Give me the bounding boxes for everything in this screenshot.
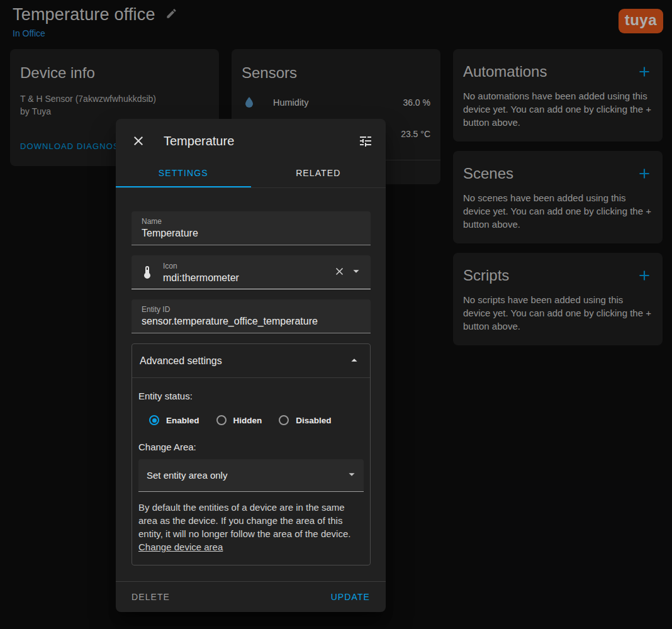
radio-enabled[interactable]: Enabled — [149, 415, 199, 425]
radio-hidden-label: Hidden — [233, 416, 262, 425]
entity-id-field-label: Entity ID — [142, 305, 361, 314]
name-field-value: Temperature — [142, 228, 361, 239]
area-mode-select[interactable]: Set entity area only — [138, 459, 364, 492]
entity-status-label: Entity status: — [138, 391, 364, 401]
tab-settings[interactable]: SETTINGS — [116, 160, 251, 187]
dialog-body: Name Temperature Icon mdi:thermometer En… — [116, 188, 386, 581]
change-area-label: Change Area: — [138, 442, 364, 452]
advanced-settings-body: Entity status: Enabled Hidden Disabled — [132, 378, 370, 565]
entity-settings-dialog: Temperature SETTINGS RELATED Name Temper… — [116, 119, 386, 612]
radio-button-icon[interactable] — [149, 415, 159, 425]
radio-button-icon[interactable] — [279, 415, 289, 425]
clear-icon[interactable] — [333, 265, 345, 280]
radio-disabled[interactable]: Disabled — [279, 415, 331, 425]
entity-status-radio-group: Enabled Hidden Disabled — [149, 415, 364, 425]
radio-enabled-label: Enabled — [166, 416, 199, 425]
icon-field-label: Icon — [163, 262, 333, 270]
name-field[interactable]: Name Temperature — [132, 211, 371, 245]
name-field-label: Name — [142, 217, 361, 226]
entity-id-field-value: sensor.temperature_office_temperature — [142, 316, 361, 327]
advanced-settings-panel: Advanced settings Entity status: Enabled… — [132, 343, 371, 565]
chevron-down-icon[interactable] — [349, 264, 363, 281]
radio-hidden[interactable]: Hidden — [216, 415, 262, 425]
close-icon — [131, 133, 146, 148]
delete-button[interactable]: DELETE — [126, 587, 175, 607]
dialog-tabs: SETTINGS RELATED — [116, 160, 386, 188]
thermometer-icon — [140, 265, 155, 280]
area-mode-select-value: Set entity area only — [147, 470, 345, 481]
area-help-body: By default the entities of a device are … — [138, 502, 350, 539]
icon-field-value: mdi:thermometer — [163, 272, 333, 284]
change-device-area-link[interactable]: Change device area — [138, 542, 223, 552]
tab-related[interactable]: RELATED — [251, 160, 386, 187]
chevron-down-icon — [345, 467, 359, 484]
icon-field[interactable]: Icon mdi:thermometer — [132, 255, 371, 289]
tune-icon — [358, 133, 373, 148]
radio-disabled-label: Disabled — [296, 416, 331, 425]
advanced-settings-title: Advanced settings — [140, 355, 222, 367]
close-button[interactable] — [131, 133, 146, 148]
entity-settings-button[interactable] — [358, 133, 373, 148]
area-help-text: By default the entities of a device are … — [138, 501, 364, 554]
entity-id-field[interactable]: Entity ID sensor.temperature_office_temp… — [132, 299, 371, 333]
dialog-title: Temperature — [164, 134, 358, 148]
chevron-up-icon — [347, 353, 361, 369]
advanced-settings-header[interactable]: Advanced settings — [132, 344, 370, 378]
radio-button-icon[interactable] — [216, 415, 227, 425]
update-button[interactable]: UPDATE — [326, 587, 375, 607]
dialog-footer: DELETE UPDATE — [116, 581, 386, 612]
dialog-header: Temperature — [116, 119, 386, 156]
